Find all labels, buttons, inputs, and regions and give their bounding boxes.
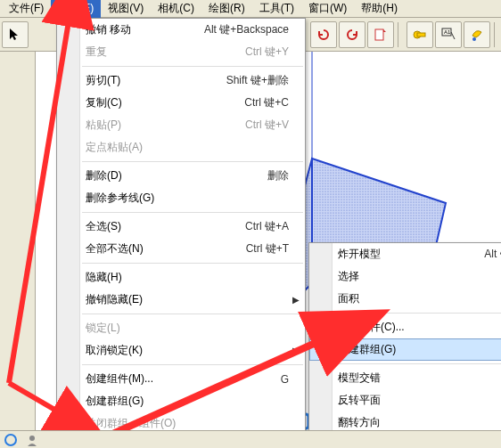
- svg-text:A1: A1: [444, 29, 451, 35]
- menu-item-make-component[interactable]: 创建组件(M)...G: [57, 368, 305, 390]
- svg-point-18: [29, 436, 35, 441]
- text-button[interactable]: A1: [435, 21, 462, 48]
- redo-icon: [344, 27, 360, 43]
- tape-button[interactable]: [407, 21, 433, 48]
- menu-item-cut[interactable]: 剪切(T)Shift 键+删除: [57, 69, 305, 92]
- menu-item-unlock[interactable]: 取消锁定(K)▶: [57, 339, 305, 362]
- paint-icon: [469, 27, 485, 43]
- menu-item-lock: 锁定(L): [57, 317, 305, 339]
- status-info-button[interactable]: [0, 432, 21, 448]
- select-tool-button[interactable]: [2, 21, 29, 48]
- menu-item-hide[interactable]: 隐藏(H): [57, 266, 305, 289]
- menu-item-unhide[interactable]: 撤销隐藏(E)▶: [57, 289, 305, 311]
- menu-item-select-all[interactable]: 全选(S)Ctrl 键+A: [57, 216, 305, 238]
- menu-item-undo[interactable]: 撤销 移动Alt 键+Backspace: [57, 19, 305, 41]
- menu-window[interactable]: 窗口(W): [301, 0, 354, 18]
- undo-button[interactable]: [310, 21, 337, 48]
- new-button[interactable]: [367, 21, 394, 48]
- new-page-icon: [373, 27, 389, 43]
- submenu-flip[interactable]: 反转平面: [309, 389, 501, 411]
- statusbar: [0, 430, 501, 448]
- svg-rect-0: [375, 29, 383, 40]
- user-icon: [26, 434, 38, 446]
- menu-item-copy[interactable]: 复制(C)Ctrl 键+C: [57, 92, 305, 114]
- undo-icon: [316, 27, 332, 43]
- menu-item-make-group[interactable]: 创建群组(G): [57, 390, 305, 412]
- menu-view[interactable]: 视图(V): [101, 0, 151, 18]
- submenu-make-component[interactable]: 创建组件(C)...: [309, 316, 501, 338]
- status-user-button[interactable]: [21, 432, 43, 448]
- menu-item-redo: 重复Ctrl 键+Y: [57, 41, 305, 63]
- menu-file[interactable]: 文件(F): [2, 0, 51, 18]
- menubar: 文件(F) 编辑(E) 视图(V) 相机(C) 绘图(R) 工具(T) 窗口(W…: [0, 0, 501, 18]
- menu-item-select-none[interactable]: 全部不选(N)Ctrl 键+T: [57, 238, 305, 260]
- submenu-select[interactable]: 选择▶: [309, 265, 501, 288]
- submenu-make-group[interactable]: 创建群组(G): [309, 338, 501, 361]
- text-label-icon: A1: [440, 27, 456, 43]
- menu-item-delete[interactable]: 删除(D)删除: [57, 165, 305, 187]
- menu-camera[interactable]: 相机(C): [151, 0, 201, 18]
- svg-point-17: [5, 435, 16, 445]
- tape-icon: [412, 27, 428, 43]
- menu-item-paste-in-place: 定点粘贴(A): [57, 136, 305, 159]
- info-icon: [4, 434, 17, 446]
- cursor-icon: [7, 27, 23, 43]
- menu-item-delete-guides[interactable]: 删除参考线(G): [57, 187, 305, 209]
- menu-item-paste: 粘贴(P)Ctrl 键+V: [57, 114, 305, 136]
- menu-draw[interactable]: 绘图(R): [201, 0, 252, 18]
- svg-rect-2: [417, 33, 425, 37]
- menu-help[interactable]: 帮助(H): [354, 0, 405, 18]
- edit-menu-dropdown: 撤销 移动Alt 键+Backspace 重复Ctrl 键+Y 剪切(T)Shi…: [56, 18, 306, 448]
- entity-submenu: 炸开模型Alt 键+T 选择▶ 面积▶ 创建组件(C)... 创建群组(G) 模…: [308, 242, 501, 441]
- submenu-intersect[interactable]: 模型交错▶: [309, 367, 501, 389]
- redo-button[interactable]: [339, 21, 365, 48]
- menu-edit[interactable]: 编辑(E): [51, 0, 101, 18]
- paint-button[interactable]: [464, 21, 490, 48]
- left-sidebar: [0, 52, 36, 448]
- svg-point-5: [472, 37, 476, 41]
- menu-tools[interactable]: 工具(T): [252, 0, 301, 18]
- submenu-explode[interactable]: 炸开模型Alt 键+T: [309, 243, 501, 265]
- submenu-area[interactable]: 面积▶: [309, 288, 501, 310]
